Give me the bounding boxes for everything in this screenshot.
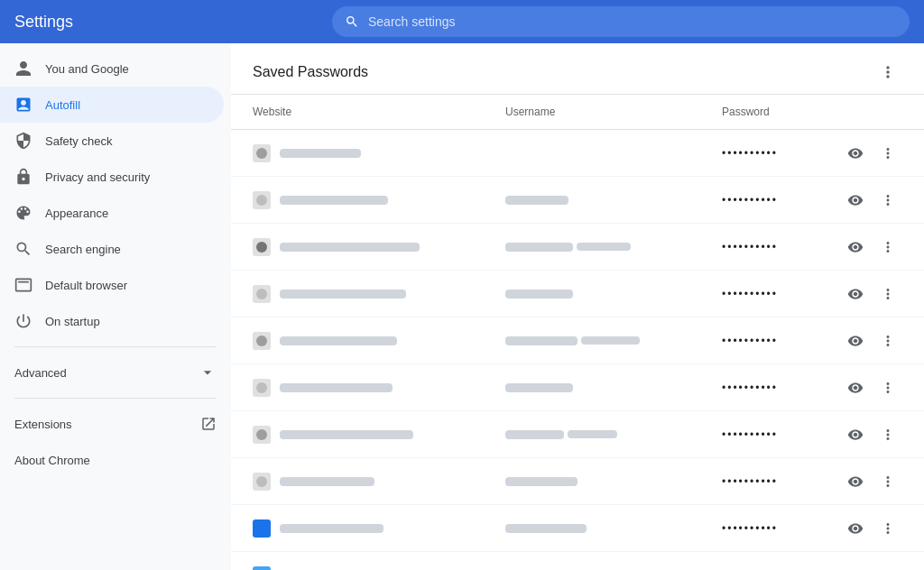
row-more-button[interactable] (873, 139, 902, 168)
show-password-button[interactable] (841, 139, 870, 168)
row-more-button[interactable] (873, 186, 902, 215)
blurred-username (505, 430, 564, 439)
password-dots: •••••••••• (722, 335, 778, 347)
site-icon (253, 191, 271, 209)
blurred-website (280, 477, 374, 486)
row-password: •••••••••• (722, 194, 841, 207)
row-more-button[interactable] (873, 467, 902, 496)
sidebar-label-safety-check: Safety check (45, 134, 112, 148)
show-password-button[interactable] (841, 326, 870, 355)
sidebar-item-about-chrome[interactable]: About Chrome (0, 442, 231, 478)
more-options-button[interactable] (873, 58, 902, 87)
table-row[interactable]: •••••••••• (231, 224, 924, 271)
blurred-username (505, 524, 587, 533)
blurred-website (280, 243, 420, 252)
sidebar-item-extensions[interactable]: Extensions (0, 406, 231, 442)
row-more-button[interactable] (873, 326, 902, 355)
row-website (253, 332, 505, 350)
main-layout: You and Google Autofill Safety check Pri… (0, 43, 924, 570)
content-header: Saved Passwords (231, 43, 924, 95)
row-username (505, 196, 722, 205)
site-icon (253, 332, 271, 350)
show-password-button[interactable] (841, 373, 870, 402)
row-more-button[interactable] (873, 280, 902, 308)
site-icon (253, 285, 271, 303)
table-row[interactable]: •••••••••• (231, 505, 924, 552)
row-more-button[interactable] (873, 233, 902, 262)
row-password: •••••••••• (722, 241, 841, 253)
table-row[interactable]: •••••••••• (231, 271, 924, 317)
sidebar-label-default-browser: Default browser (45, 279, 127, 292)
more-vert-icon (880, 473, 896, 490)
eye-icon (847, 239, 864, 255)
row-website (253, 379, 505, 397)
row-actions (841, 233, 902, 262)
password-list: •••••••••• •••••••••• (231, 130, 924, 570)
row-website (253, 144, 505, 162)
app-title: Settings (14, 13, 321, 32)
sidebar-divider (14, 346, 217, 347)
row-actions (841, 139, 902, 168)
site-icon (253, 519, 271, 538)
show-password-button[interactable] (841, 420, 870, 449)
table-row[interactable]: •••••••••• (231, 552, 924, 570)
sidebar-label-appearance: Appearance (45, 207, 108, 220)
sidebar-item-privacy-security[interactable]: Privacy and security (0, 159, 224, 195)
row-website (253, 191, 505, 209)
password-dots: •••••••••• (722, 522, 778, 535)
sidebar-item-on-startup[interactable]: On startup (0, 303, 224, 339)
table-row[interactable]: •••••••••• (231, 458, 924, 505)
palette-icon (14, 204, 32, 222)
row-username (505, 239, 722, 255)
password-dots: •••••••••• (722, 147, 778, 160)
show-password-button[interactable] (841, 561, 870, 571)
sidebar-label-on-startup: On startup (45, 315, 100, 328)
content-area: Saved Passwords Website Username Passwor… (231, 43, 924, 570)
row-more-button[interactable] (873, 373, 902, 402)
table-row[interactable]: •••••••••• (231, 317, 924, 364)
sidebar-item-safety-check[interactable]: Safety check (0, 123, 224, 159)
show-password-button[interactable] (841, 514, 870, 543)
row-website (253, 566, 505, 571)
row-username (505, 383, 722, 392)
table-row[interactable]: •••••••••• (231, 177, 924, 224)
sidebar-item-you-and-google[interactable]: You and Google (0, 51, 224, 87)
sidebar-advanced[interactable]: Advanced (0, 354, 231, 391)
sidebar-item-default-browser[interactable]: Default browser (0, 267, 224, 303)
chevron-down-icon (199, 363, 217, 382)
sidebar-item-autofill[interactable]: Autofill (0, 87, 224, 123)
table-row[interactable]: •••••••••• (231, 364, 924, 411)
row-username (505, 477, 722, 486)
search-bar[interactable] (332, 6, 910, 37)
table-row[interactable]: •••••••••• (231, 130, 924, 177)
site-icon (253, 238, 271, 256)
col-website-header: Website (253, 102, 505, 122)
blurred-website (280, 196, 388, 205)
eye-icon (847, 380, 864, 396)
row-username (505, 427, 722, 443)
more-vert-icon (880, 145, 896, 161)
row-more-button[interactable] (873, 514, 902, 543)
sidebar-item-search-engine[interactable]: Search engine (0, 231, 224, 267)
col-password-header: Password (722, 102, 902, 122)
more-vert-icon (880, 427, 896, 443)
table-row[interactable]: •••••••••• (231, 411, 924, 458)
person-icon (14, 60, 32, 78)
site-icon (253, 566, 271, 571)
row-password: •••••••••• (722, 288, 841, 300)
row-more-button[interactable] (873, 561, 902, 571)
row-more-button[interactable] (873, 420, 902, 449)
show-password-button[interactable] (841, 233, 870, 262)
sidebar-about-label: About Chrome (14, 454, 90, 467)
search-engine-icon (14, 240, 32, 258)
blurred-website (280, 383, 393, 392)
row-actions (841, 186, 902, 215)
blurred-username (505, 290, 573, 299)
password-dots: •••••••••• (722, 475, 778, 488)
sidebar-item-appearance[interactable]: Appearance (0, 195, 224, 231)
search-input[interactable] (368, 14, 897, 29)
show-password-button[interactable] (841, 186, 870, 215)
blurred-username-2 (581, 336, 640, 345)
show-password-button[interactable] (841, 467, 870, 496)
show-password-button[interactable] (841, 280, 870, 308)
